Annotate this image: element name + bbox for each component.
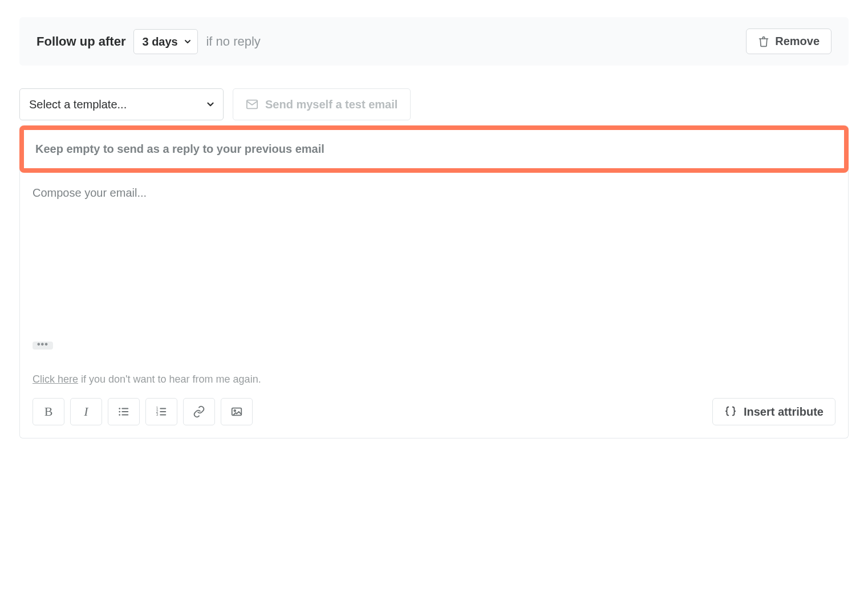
italic-button[interactable]: I — [70, 398, 102, 425]
quoted-content-toggle[interactable]: ••• — [33, 342, 53, 350]
insert-attribute-label: Insert attribute — [744, 405, 824, 419]
followup-delay-select-wrap: 3 days — [133, 29, 198, 54]
svg-point-5 — [119, 411, 120, 413]
bullet-list-button[interactable] — [108, 398, 140, 425]
followup-label: Follow up after — [36, 34, 125, 49]
body-placeholder: Compose your email... — [33, 186, 835, 335]
numbered-list-icon: 1 2 3 — [155, 405, 168, 418]
bold-button[interactable]: B — [33, 398, 64, 425]
braces-icon — [724, 405, 737, 418]
unsubscribe-link[interactable]: Click here — [33, 373, 78, 385]
link-icon — [193, 405, 205, 418]
editor-toolbar: B I 1 2 3 — [20, 390, 848, 438]
unsubscribe-text: if you don't want to hear from me again. — [78, 373, 261, 385]
mail-icon — [246, 98, 258, 111]
image-icon — [230, 405, 243, 418]
unsubscribe-line: Click here if you don't want to hear fro… — [33, 373, 835, 385]
template-select-wrap: Select a template... — [19, 88, 224, 120]
svg-text:3: 3 — [156, 412, 159, 416]
email-body-area[interactable]: Compose your email... ••• Click here if … — [20, 173, 848, 390]
remove-button-label: Remove — [775, 35, 820, 48]
subject-highlight — [19, 125, 849, 173]
insert-attribute-button[interactable]: Insert attribute — [712, 398, 835, 425]
trash-icon — [758, 36, 769, 47]
send-test-email-button[interactable]: Send myself a test email — [233, 88, 411, 120]
followup-delay-select[interactable]: 3 days — [133, 29, 198, 54]
svg-point-14 — [234, 410, 236, 412]
numbered-list-button[interactable]: 1 2 3 — [145, 398, 177, 425]
template-row: Select a template... Send myself a test … — [19, 88, 849, 120]
subject-input[interactable] — [24, 130, 844, 168]
svg-point-6 — [119, 414, 120, 416]
followup-bar: Follow up after 3 days if no reply Remov… — [19, 17, 849, 66]
followup-suffix: if no reply — [206, 34, 260, 49]
image-button[interactable] — [221, 398, 253, 425]
template-select[interactable]: Select a template... — [19, 88, 224, 120]
send-test-email-label: Send myself a test email — [265, 98, 398, 111]
link-button[interactable] — [183, 398, 215, 425]
email-editor: Compose your email... ••• Click here if … — [19, 125, 849, 438]
bullet-list-icon — [117, 405, 130, 418]
svg-point-4 — [119, 408, 120, 409]
remove-button[interactable]: Remove — [746, 29, 832, 54]
